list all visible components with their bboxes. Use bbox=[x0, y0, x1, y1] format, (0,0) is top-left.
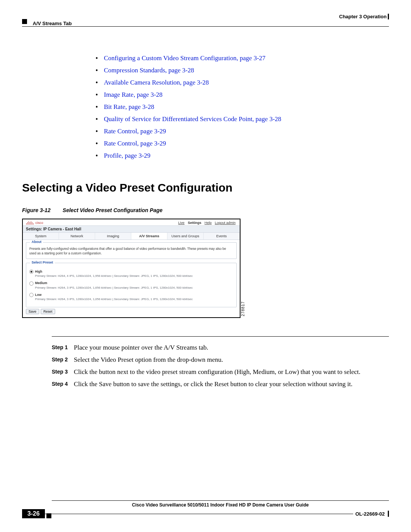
select-preset-group: Select Preset High Primary Stream: H264,… bbox=[26, 263, 237, 307]
step-label: Step 3 bbox=[52, 369, 74, 376]
about-text: Presets are fully-configured video confi… bbox=[26, 243, 236, 259]
cisco-logo-icon: cisco bbox=[26, 221, 43, 225]
header-rule bbox=[22, 26, 389, 27]
xref-link[interactable]: Available Camera Resolution, page 3-28 bbox=[104, 79, 209, 86]
footer-bar-icon bbox=[388, 511, 389, 517]
figure-caption: Figure 3-12 Select Video Preset Configur… bbox=[22, 207, 389, 213]
tab-events[interactable]: Events bbox=[204, 233, 240, 240]
figure-id: 278817 bbox=[241, 301, 245, 316]
xref-list: Configuring a Custom Video Stream Config… bbox=[89, 54, 389, 160]
xref-link[interactable]: Configuring a Custom Video Stream Config… bbox=[104, 54, 266, 62]
help-link[interactable]: Help bbox=[204, 221, 212, 225]
section-path: A/V Streams Tab bbox=[33, 21, 72, 26]
figure-screenshot: 278817 cisco Live Settings Help Logout a… bbox=[22, 219, 241, 318]
tab-system[interactable]: System bbox=[23, 233, 59, 240]
logout-link[interactable]: Logout admin bbox=[215, 221, 236, 225]
header-square-icon bbox=[22, 19, 27, 24]
radio-icon[interactable] bbox=[29, 293, 33, 297]
preset-desc: Primary Stream: H264, 4 IPS, 1280x1024, … bbox=[35, 274, 233, 278]
tab-imaging[interactable]: Imaging bbox=[95, 233, 131, 240]
xref-link[interactable]: Bit Rate, page 3-28 bbox=[104, 103, 154, 110]
footer-rule bbox=[52, 500, 389, 501]
figure-title: Select Video Preset Configuration Page bbox=[63, 207, 162, 213]
page-footer: Cisco Video Surveillance 5010/5011 Indoo… bbox=[22, 500, 389, 518]
doc-id: OL-22669-02 bbox=[355, 511, 385, 517]
radio-icon[interactable] bbox=[29, 281, 33, 286]
preset-option-high[interactable]: High Primary Stream: H264, 4 IPS, 1280x1… bbox=[29, 269, 233, 278]
figure-number: Figure 3-12 bbox=[22, 207, 51, 213]
xref-link[interactable]: Compression Standards, page 3-28 bbox=[104, 67, 194, 74]
step-label: Step 1 bbox=[52, 344, 74, 352]
radio-icon[interactable] bbox=[29, 270, 33, 274]
live-link[interactable]: Live bbox=[178, 221, 185, 225]
step-row: Step 3 Click the button next to the vide… bbox=[52, 368, 389, 376]
footer-line bbox=[45, 514, 353, 514]
step-row: Step 2 Select the Video Preset option fr… bbox=[52, 356, 389, 364]
page-number: 3-26 bbox=[22, 509, 45, 518]
about-group: About Presets are fully-configured video… bbox=[26, 242, 237, 259]
chapter-label: Chapter 3 Operation bbox=[339, 14, 387, 19]
reset-button[interactable]: Reset bbox=[41, 309, 55, 314]
xref-link[interactable]: Profile, page 3-29 bbox=[104, 152, 150, 159]
xref-link[interactable]: Image Rate, page 3-28 bbox=[104, 91, 162, 98]
settings-link[interactable]: Settings bbox=[188, 221, 201, 225]
tab-avstreams[interactable]: A/V Streams bbox=[131, 233, 167, 240]
preset-desc: Primary Stream: H264, 3 IPS, 1280x1024, … bbox=[35, 286, 233, 290]
footer-square-icon bbox=[46, 513, 51, 518]
step-text: Click the button next to the video prese… bbox=[74, 368, 389, 376]
step-row: Step 1 Place your mouse pointer over the… bbox=[52, 343, 389, 352]
xref-link[interactable]: Rate Control, page 3-29 bbox=[104, 128, 166, 135]
step-text: Click the Save button to save the settin… bbox=[74, 380, 389, 388]
tab-users[interactable]: Users and Groups bbox=[167, 233, 204, 240]
xref-link[interactable]: Rate Control, page 3-29 bbox=[104, 140, 166, 147]
select-preset-legend: Select Preset bbox=[30, 260, 55, 264]
procedure-steps: Step 1 Place your mouse pointer over the… bbox=[52, 343, 389, 388]
app-top-links: Live Settings Help Logout admin bbox=[177, 221, 237, 225]
step-label: Step 2 bbox=[52, 356, 74, 364]
preset-option-medium[interactable]: Medium Primary Stream: H264, 3 IPS, 1280… bbox=[29, 281, 233, 290]
about-legend: About bbox=[30, 240, 43, 244]
page-header: Chapter 3 Operation A/V Streams Tab bbox=[22, 14, 389, 27]
xref-link[interactable]: Quality of Service for Differentiated Se… bbox=[104, 115, 281, 123]
step-text: Select the Video Preset option from the … bbox=[74, 356, 389, 364]
tab-bar: System Network Imaging A/V Streams Users… bbox=[23, 233, 240, 240]
preset-desc: Primary Stream: H264, 3 IPS, 1280x1024, … bbox=[35, 297, 233, 302]
step-row: Step 4 Click the Save button to save the… bbox=[52, 380, 389, 388]
save-button[interactable]: Save bbox=[26, 309, 39, 314]
tab-network[interactable]: Network bbox=[59, 233, 95, 240]
step-text: Place your mouse pointer over the A/V St… bbox=[74, 343, 389, 352]
section-heading: Selecting a Video Preset Configuration bbox=[22, 181, 389, 194]
breadcrumb: Settings: IP Camera - East Hall bbox=[23, 225, 240, 233]
preset-option-low[interactable]: Low Primary Stream: H264, 3 IPS, 1280x10… bbox=[29, 292, 233, 302]
step-label: Step 4 bbox=[52, 381, 74, 388]
header-bar-icon bbox=[388, 14, 389, 19]
doc-title: Cisco Video Surveillance 5010/5011 Indoo… bbox=[52, 502, 389, 508]
separator-rule bbox=[52, 336, 389, 337]
